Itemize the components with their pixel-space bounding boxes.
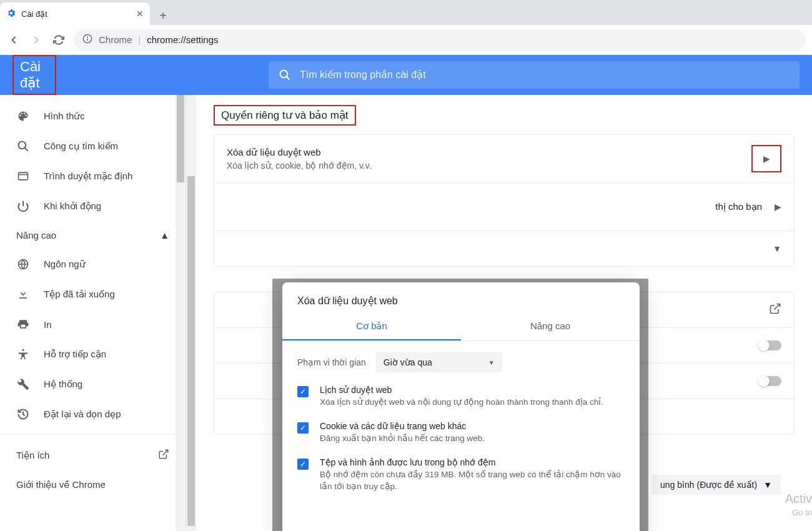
checkbox-history[interactable]: ✓ <box>297 386 309 397</box>
sidebar-label: Ngôn ngữ <box>44 259 86 270</box>
time-range-select[interactable]: Giờ vừa qua ▼ <box>376 352 502 372</box>
settings-header: Cài đặt <box>0 55 812 95</box>
dropdown-triangle-icon: ▼ <box>488 359 495 366</box>
checkbox-row-history: ✓ Lịch sử duyệt web Xóa lịch sử duyệt we… <box>282 379 640 415</box>
open-external-icon <box>158 449 169 462</box>
accessibility-icon <box>16 348 30 360</box>
sidebar-item-system[interactable]: Hệ thống <box>0 369 186 399</box>
check-sub: Xóa lịch sử duyệt web và nội dung tự độn… <box>320 397 603 409</box>
dialog-tabs: Cơ bản Nâng cao <box>282 313 640 341</box>
svg-rect-5 <box>19 172 28 180</box>
clear-data-dialog: Xóa dữ liệu duyệt web Cơ bản Nâng cao Ph… <box>282 282 640 531</box>
url-divider: | <box>138 34 141 45</box>
sidebar-item-appearance[interactable]: Hình thức <box>0 101 186 131</box>
tab-title: Cài đặt <box>21 9 47 19</box>
settings-search[interactable] <box>269 61 800 89</box>
checkbox-cache[interactable]: ✓ <box>297 459 309 470</box>
row-title: Xóa dữ liệu duyệt web <box>227 147 751 158</box>
tab-advanced[interactable]: Nâng cao <box>461 313 640 340</box>
page-title: Cài đặt <box>12 55 56 95</box>
new-tab-button[interactable]: + <box>154 6 172 25</box>
print-icon <box>16 318 30 330</box>
sidebar-item-extensions[interactable]: Tiện ích <box>0 440 186 470</box>
dropdown-triangle-icon: ▼ <box>763 480 772 490</box>
svg-point-7 <box>22 349 24 351</box>
sidebar-label: Trình duyệt mặc định <box>44 171 132 182</box>
privacy-card: Xóa dữ liệu duyệt web Xóa lịch sử, cooki… <box>214 134 795 267</box>
svg-rect-2 <box>87 38 87 41</box>
settings-row-expand[interactable]: ▼ <box>214 231 794 266</box>
toggle-switch[interactable] <box>759 376 781 386</box>
dialog-title: Xóa dữ liệu duyệt web <box>282 282 640 313</box>
site-info-icon[interactable] <box>82 34 92 46</box>
checkbox-row-cookies: ✓ Cookie và các dữ liệu trang web khác Đ… <box>282 415 640 451</box>
forward-button[interactable] <box>29 32 44 47</box>
chevron-right-icon: ▶ <box>775 202 781 212</box>
chevron-down-icon: ▼ <box>773 244 781 254</box>
sidebar-item-accessibility[interactable]: Hỗ trợ tiếp cận <box>0 339 186 369</box>
sidebar-label: Hệ thống <box>44 379 82 390</box>
time-range-label: Phạm vi thời gian <box>297 357 366 367</box>
clear-browsing-data-row[interactable]: Xóa dữ liệu duyệt web Xóa lịch sử, cooki… <box>214 135 794 183</box>
search-input[interactable] <box>300 69 790 81</box>
sidebar-item-search[interactable]: Công cụ tìm kiếm <box>0 131 186 161</box>
sidebar-advanced-toggle[interactable]: Nâng cao ▲ <box>0 221 186 249</box>
sidebar-label: Đặt lại và dọn dẹp <box>44 409 121 420</box>
reload-button[interactable] <box>51 32 66 47</box>
sidebar-label: In <box>44 319 52 330</box>
sidebar-item-print[interactable]: In <box>0 309 186 339</box>
tab-basic[interactable]: Cơ bản <box>282 313 461 340</box>
url-prefix: Chrome <box>99 34 132 45</box>
search-icon <box>279 69 291 81</box>
wrench-icon <box>16 378 30 390</box>
row-partial-text: thị cho bạn <box>715 201 762 212</box>
section-title-privacy: Quyền riêng tư và bảo mật <box>214 105 356 126</box>
font-size-select[interactable]: ung bình (Được đề xuất) ▼ <box>651 475 781 495</box>
sidebar-item-about[interactable]: Giới thiệu về Chrome <box>0 470 186 499</box>
browser-toolbar: Chrome | chrome://settings <box>0 25 812 55</box>
globe-icon <box>16 258 30 270</box>
chevron-right-icon: ▶ <box>763 154 770 164</box>
sidebar-item-language[interactable]: Ngôn ngữ <box>0 249 186 279</box>
open-external-icon <box>769 302 781 317</box>
close-icon[interactable]: ✕ <box>136 9 144 19</box>
sidebar-label: Hình thức <box>44 111 85 122</box>
svg-point-3 <box>280 71 288 78</box>
download-icon <box>16 288 30 300</box>
sidebar-item-reset[interactable]: Đặt lại và dọn dẹp <box>0 399 186 429</box>
tab-strip: Cài đặt ✕ + <box>0 0 812 25</box>
sidebar-item-downloads[interactable]: Tệp đã tải xuống <box>0 279 186 309</box>
gear-icon <box>6 8 16 20</box>
content-scrollbar[interactable] <box>186 95 196 531</box>
svg-point-1 <box>87 36 88 37</box>
check-sub: Bộ nhớ đệm còn chưa đầy 319 MB. Một số t… <box>320 469 625 493</box>
url-path: chrome://settings <box>147 34 218 45</box>
row-subtitle: Xóa lịch sử, cookie, bộ nhớ đệm, v.v. <box>227 161 751 171</box>
sidebar-label: Tệp đã tải xuống <box>44 289 115 300</box>
restore-icon <box>16 408 30 420</box>
check-sub: Đăng xuất bạn khỏi hầu hết các trang web… <box>320 433 485 445</box>
browser-tab[interactable]: Cài đặt ✕ <box>0 2 150 25</box>
browser-icon <box>16 170 30 182</box>
check-title: Tệp và hình ảnh được lưu trong bộ nhớ đệ… <box>320 457 625 467</box>
sidebar: Hình thức Công cụ tìm kiếm Trình duyệt m… <box>0 95 186 531</box>
sidebar-item-default-browser[interactable]: Trình duyệt mặc định <box>0 161 186 191</box>
sidebar-item-startup[interactable]: Khi khởi động <box>0 191 186 221</box>
sidebar-scrollbar[interactable] <box>176 95 186 531</box>
sidebar-label: Công cụ tìm kiếm <box>44 141 118 152</box>
address-bar[interactable]: Chrome | chrome://settings <box>74 29 806 51</box>
power-icon <box>16 200 30 212</box>
palette-icon <box>16 110 30 122</box>
svg-point-4 <box>19 142 26 149</box>
sidebar-label: Hỗ trợ tiếp cận <box>44 349 106 360</box>
sidebar-label: Khi khởi động <box>44 201 101 212</box>
back-button[interactable] <box>6 32 21 47</box>
windows-watermark: Activ <box>785 492 812 506</box>
toggle-switch[interactable] <box>759 340 781 350</box>
windows-watermark-sub: Go to <box>792 508 812 517</box>
chevron-up-icon: ▲ <box>160 230 169 241</box>
check-title: Cookie và các dữ liệu trang web khác <box>320 421 485 431</box>
settings-row-partial[interactable]: thị cho bạn ▶ <box>214 183 794 231</box>
checkbox-row-cache: ✓ Tệp và hình ảnh được lưu trong bộ nhớ … <box>282 451 640 499</box>
checkbox-cookies[interactable]: ✓ <box>297 422 309 434</box>
